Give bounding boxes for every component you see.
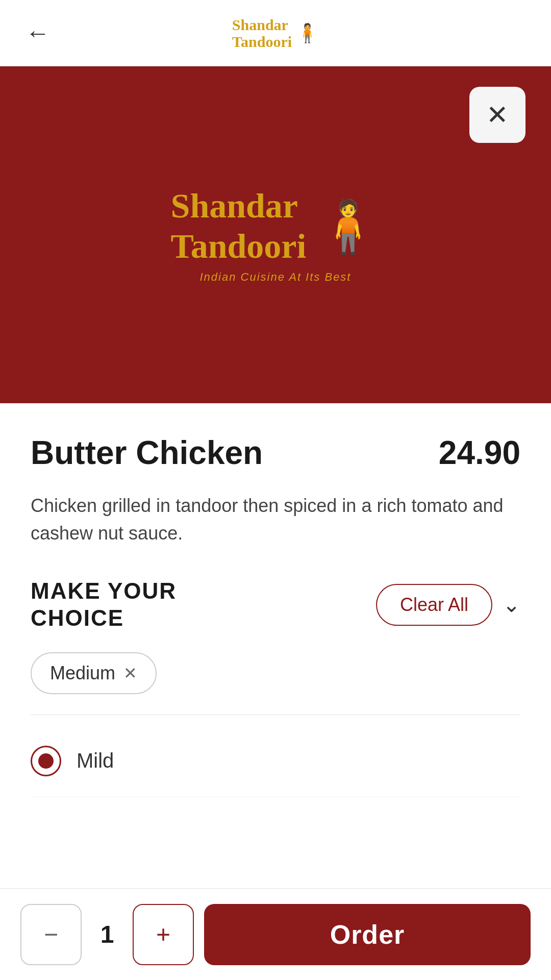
nav-logo-line2: Tandoori bbox=[232, 33, 292, 50]
tag-label: Medium bbox=[50, 663, 115, 684]
top-navigation: ← Shandar Tandoori 🧍 bbox=[0, 0, 551, 66]
selected-tags: Medium ✕ bbox=[31, 652, 520, 694]
nav-logo-figure-icon: 🧍 bbox=[296, 22, 319, 44]
nav-logo-text: Shandar Tandoori bbox=[232, 16, 292, 50]
hero-banner: ✕ Shandar Tandoori 🧍 Indian Cuisine At I… bbox=[0, 66, 551, 403]
hero-tagline: Indian Cuisine At Its Best bbox=[200, 271, 352, 284]
nav-logo-line1: Shandar bbox=[232, 16, 292, 33]
bottom-bar: − 1 + Order bbox=[0, 888, 551, 980]
tag-remove-icon[interactable]: ✕ bbox=[123, 664, 137, 683]
back-icon: ← bbox=[26, 19, 50, 46]
choice-section: MAKE YOUR CHOICE Clear All ⌄ Medium ✕ bbox=[31, 578, 520, 797]
choice-header: MAKE YOUR CHOICE Clear All ⌄ bbox=[31, 578, 520, 632]
choice-actions: Clear All ⌄ bbox=[376, 584, 520, 626]
hero-logo-container: Shandar Tandoori 🧍 Indian Cuisine At Its… bbox=[171, 186, 381, 284]
quantity-value: 1 bbox=[92, 920, 122, 948]
option-mild-label: Mild bbox=[77, 749, 114, 772]
quantity-increase-button[interactable]: + bbox=[133, 904, 194, 965]
main-content: Butter Chicken 24.90 Chicken grilled in … bbox=[0, 403, 551, 920]
hero-logo-line1: Shandar bbox=[171, 186, 307, 226]
order-button[interactable]: Order bbox=[204, 904, 531, 965]
close-button[interactable]: ✕ bbox=[469, 87, 525, 143]
item-header: Butter Chicken 24.90 bbox=[31, 434, 520, 472]
radio-mild-inner bbox=[38, 753, 54, 769]
item-price: 24.90 bbox=[439, 434, 520, 472]
radio-mild[interactable] bbox=[31, 746, 61, 776]
item-description: Chicken grilled in tandoor then spiced i… bbox=[31, 492, 520, 547]
close-icon: ✕ bbox=[486, 100, 509, 130]
back-button[interactable]: ← bbox=[26, 19, 50, 47]
item-name: Butter Chicken bbox=[31, 434, 263, 472]
hero-logo-line2: Tandoori bbox=[171, 226, 307, 266]
tag-medium: Medium ✕ bbox=[31, 652, 157, 694]
increase-icon: + bbox=[156, 920, 170, 948]
clear-all-button[interactable]: Clear All bbox=[376, 584, 492, 626]
chevron-down-icon[interactable]: ⌄ bbox=[503, 592, 520, 617]
choice-title: MAKE YOUR CHOICE bbox=[31, 578, 177, 632]
option-mild[interactable]: Mild bbox=[31, 725, 520, 797]
hero-logo-main: Shandar Tandoori 🧍 bbox=[171, 186, 381, 266]
hero-logo-text-block: Shandar Tandoori bbox=[171, 186, 307, 266]
options-divider bbox=[31, 715, 520, 715]
quantity-decrease-button[interactable]: − bbox=[20, 904, 82, 965]
hero-logo-figure-icon: 🧍 bbox=[316, 201, 380, 252]
choice-title-line2: CHOICE bbox=[31, 605, 177, 632]
choice-title-line1: MAKE YOUR bbox=[31, 578, 177, 605]
nav-logo: Shandar Tandoori 🧍 bbox=[232, 16, 319, 50]
options-list: Mild bbox=[31, 725, 520, 797]
decrease-icon: − bbox=[44, 920, 58, 948]
